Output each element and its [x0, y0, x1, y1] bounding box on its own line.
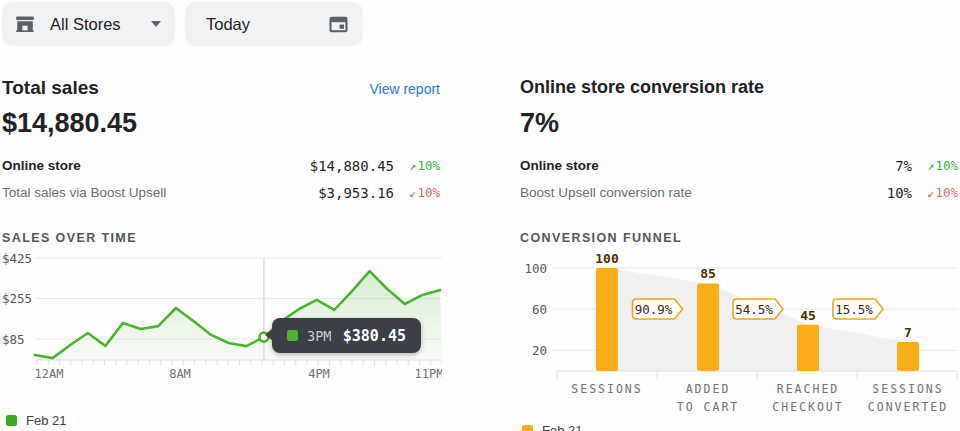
svg-text:REACHED: REACHED	[777, 382, 839, 396]
metric-label: Total sales via Boost Upsell	[2, 185, 264, 200]
conversion-funnel-heading: CONVERSION FUNNEL	[520, 231, 958, 247]
svg-text:54.5%: 54.5%	[735, 302, 773, 317]
total-sales-value: $14,880.45	[2, 108, 440, 139]
conversion-metric-rows: Online store7%↗10%Boost Upsell conversio…	[520, 152, 958, 206]
svg-text:4PM: 4PM	[308, 367, 330, 381]
legend-swatch-orange	[522, 425, 533, 431]
total-sales-title: Total sales	[2, 77, 99, 99]
svg-text:$425: $425	[2, 251, 32, 266]
arrow-up-icon: ↗	[409, 159, 416, 173]
chevron-down-icon	[151, 21, 161, 27]
date-filter-button[interactable]: Today	[185, 2, 363, 46]
svg-text:100: 100	[595, 251, 619, 266]
conversion-title: Online store conversion rate	[520, 77, 764, 98]
total-sales-panel: Total sales View report $14,880.45 Onlin…	[2, 46, 440, 431]
metric-value: 7%	[782, 158, 912, 174]
svg-text:$255: $255	[2, 291, 32, 306]
metric-delta: ↙10%	[912, 185, 958, 200]
conversion-funnel-svg[interactable]: 10060201008545790.9%54.5%15.5%SESSIONSAD…	[520, 248, 960, 415]
svg-text:SESSIONS: SESSIONS	[872, 382, 943, 396]
svg-text:7: 7	[904, 325, 912, 340]
calendar-icon	[327, 12, 350, 36]
svg-text:CHECKOUT: CHECKOUT	[772, 400, 843, 414]
svg-text:15.5%: 15.5%	[835, 302, 873, 317]
metric-value: $14,880.45	[264, 158, 394, 174]
svg-text:11PM: 11PM	[415, 367, 442, 381]
svg-text:12AM: 12AM	[35, 367, 64, 381]
conversion-value: 7%	[520, 108, 958, 139]
metric-label: Online store	[520, 158, 782, 173]
view-report-link[interactable]: View report	[369, 81, 440, 97]
chart-tooltip: 3PM $380.45	[272, 318, 421, 353]
metric-delta: ↗10%	[912, 158, 958, 173]
conversion-funnel-chart[interactable]: 10060201008545790.9%54.5%15.5%SESSIONSAD…	[520, 248, 960, 415]
funnel-legend-label: Feb 21	[542, 423, 582, 431]
metric-row: Total sales via Boost Upsell$3,953.16↙10…	[2, 179, 440, 206]
arrow-up-icon: ↗	[927, 159, 934, 173]
metric-delta: ↗10%	[394, 158, 440, 173]
svg-text:CONVERTED: CONVERTED	[868, 400, 948, 414]
svg-text:90.9%: 90.9%	[635, 302, 673, 317]
date-filter-label: Today	[206, 15, 250, 34]
legend-swatch-green	[6, 415, 17, 426]
arrow-down-icon: ↙	[409, 186, 416, 200]
metric-value: 10%	[782, 185, 912, 201]
metric-delta: ↙10%	[394, 185, 440, 200]
svg-text:TO CART: TO CART	[677, 400, 739, 414]
tooltip-value: $380.45	[343, 327, 406, 345]
sales-legend-label: Feb 21	[26, 413, 66, 428]
store-filter-label: All Stores	[50, 15, 121, 34]
tooltip-time: 3PM	[307, 328, 331, 344]
svg-text:60: 60	[532, 302, 547, 317]
svg-text:100: 100	[524, 261, 547, 276]
svg-text:$85: $85	[2, 332, 25, 347]
svg-text:ADDED: ADDED	[686, 382, 731, 396]
svg-text:20: 20	[532, 343, 547, 358]
metric-row: Boost Upsell conversion rate10%↙10%	[520, 179, 958, 206]
metric-value: $3,953.16	[264, 185, 394, 201]
funnel-legend: Feb 21	[522, 423, 958, 431]
sales-legend: Feb 21	[6, 413, 440, 428]
metric-label: Online store	[2, 158, 264, 173]
sales-line-chart[interactable]: $425$255$8512AM8AM4PM11PM 3PM $380.45	[2, 250, 442, 382]
svg-text:85: 85	[700, 266, 716, 281]
sales-over-time-heading: SALES OVER TIME	[2, 231, 440, 247]
tooltip-series-swatch	[287, 330, 298, 341]
metric-label: Boost Upsell conversion rate	[520, 185, 782, 200]
metric-row: Online store$14,880.45↗10%	[2, 152, 440, 179]
storefront-icon	[13, 12, 37, 36]
svg-text:8AM: 8AM	[169, 367, 191, 381]
svg-text:45: 45	[800, 308, 816, 323]
filter-toolbar: All Stores Today	[2, 2, 960, 46]
svg-text:SESSIONS: SESSIONS	[571, 382, 642, 396]
total-sales-metric-rows: Online store$14,880.45↗10%Total sales vi…	[2, 152, 440, 206]
metric-row: Online store7%↗10%	[520, 152, 958, 179]
sales-line-chart-svg[interactable]: $425$255$8512AM8AM4PM11PM	[2, 250, 442, 382]
conversion-rate-panel: Online store conversion rate 7% Online s…	[520, 46, 958, 431]
arrow-down-icon: ↙	[927, 186, 934, 200]
store-filter-button[interactable]: All Stores	[2, 2, 175, 46]
